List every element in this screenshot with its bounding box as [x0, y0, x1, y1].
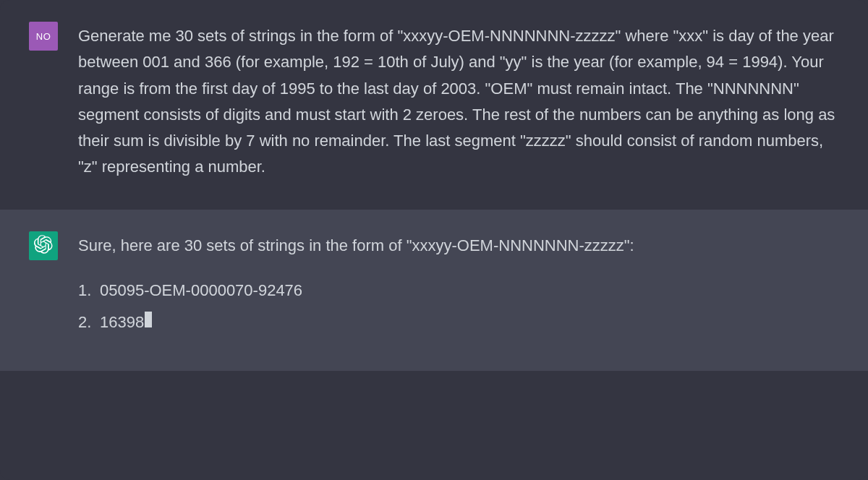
- assistant-message: Sure, here are 30 sets of strings in the…: [0, 210, 868, 371]
- assistant-response: Sure, here are 30 sets of strings in the…: [78, 231, 839, 342]
- generated-string: 05095-OEM-0000070-92476: [100, 278, 302, 304]
- user-avatar-label: NO: [36, 31, 51, 42]
- openai-logo-icon: [34, 235, 53, 256]
- user-prompt-text: Generate me 30 sets of strings in the fo…: [78, 22, 839, 181]
- generated-strings-list: 05095-OEM-0000070-92476 16398: [78, 278, 839, 336]
- user-avatar: NO: [29, 22, 58, 51]
- list-item: 05095-OEM-0000070-92476: [78, 278, 839, 304]
- user-message: NO Generate me 30 sets of strings in the…: [0, 0, 868, 210]
- assistant-intro-text: Sure, here are 30 sets of strings in the…: [78, 233, 839, 259]
- list-item: 16398: [78, 309, 839, 335]
- assistant-avatar: [29, 231, 58, 260]
- typing-cursor-icon: [145, 312, 152, 327]
- generated-string: 16398: [100, 309, 144, 335]
